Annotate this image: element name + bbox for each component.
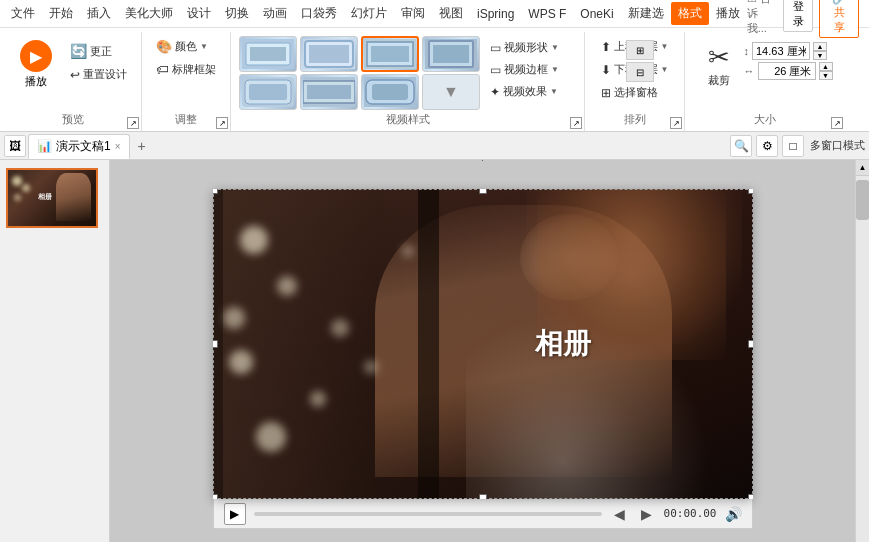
tab-add-button[interactable]: + xyxy=(132,135,152,157)
width-spinner: ▲ ▼ xyxy=(819,62,833,80)
slide-nav-icon[interactable]: 🖼 xyxy=(4,135,26,157)
play-button[interactable]: ▶ 播放 xyxy=(12,36,60,93)
update-icon: 🔄 xyxy=(70,43,87,59)
height-down-btn[interactable]: ▼ xyxy=(813,51,827,60)
preview-group-label: 预览 xyxy=(62,112,84,127)
move-down-icon: ⬇ xyxy=(601,63,611,77)
main-area: 1 相册 xyxy=(0,160,869,542)
video-shape-icon: ▭ xyxy=(490,41,501,55)
distribute-button[interactable]: ⊟ xyxy=(626,62,654,82)
width-up-btn[interactable]: ▲ xyxy=(819,62,833,71)
settings-icon-btn[interactable]: ⚙ xyxy=(756,135,778,157)
ribbon-group-video-styles: ▼ ▭ 视频形状 ▼ ▭ 视频边框 ▼ ✦ 视频效果 xyxy=(231,32,585,131)
height-input[interactable] xyxy=(752,42,810,60)
scrollbar-thumb[interactable] xyxy=(856,180,869,220)
height-up-btn[interactable]: ▲ xyxy=(813,42,827,51)
video-style-5[interactable] xyxy=(239,74,297,110)
menu-item-wpsf[interactable]: WPS F xyxy=(521,4,573,24)
window-icon-btn[interactable]: □ xyxy=(782,135,804,157)
height-icon: ↕ xyxy=(744,45,750,57)
time-display: 00:00.00 xyxy=(664,507,717,520)
select-pane-button[interactable]: ⊞ 选择窗格 xyxy=(595,82,664,103)
tab-close-btn[interactable]: × xyxy=(115,141,121,152)
video-border-button[interactable]: ▭ 视频边框 ▼ xyxy=(486,60,576,79)
menu-item-oneki[interactable]: OneKi xyxy=(573,4,620,24)
video-style-1[interactable] xyxy=(239,36,297,72)
video-style-8[interactable]: ▼ xyxy=(422,74,480,110)
tab-presentation[interactable]: 📊 演示文稿1 × xyxy=(28,134,130,159)
video-effect-icon: ✦ xyxy=(490,85,500,99)
next-frame-button[interactable]: ▶ xyxy=(637,504,656,524)
menu-item-ispring[interactable]: iSpring xyxy=(470,4,521,24)
slide-video-area: 相册 xyxy=(213,189,753,499)
menu-item-start[interactable]: 开始 xyxy=(42,2,80,25)
volume-button[interactable]: 🔊 xyxy=(725,506,742,522)
right-scrollbar[interactable]: ▲ ▼ xyxy=(855,160,869,542)
menu-item-review[interactable]: 审阅 xyxy=(394,2,432,25)
video-styles-expand-icon[interactable]: ↗ xyxy=(570,117,582,129)
height-row: ↕ ▲ ▼ xyxy=(744,42,833,60)
svg-rect-17 xyxy=(307,85,351,99)
prev-frame-button[interactable]: ◀ xyxy=(610,504,629,524)
ppt-icon: 📊 xyxy=(37,139,52,153)
menu-item-pocket[interactable]: 口袋秀 xyxy=(294,2,344,25)
video-style-7[interactable] xyxy=(361,74,419,110)
menu-item-insert[interactable]: 插入 xyxy=(80,2,118,25)
video-shape-button[interactable]: ▭ 视频形状 ▼ xyxy=(486,38,576,57)
ribbon-group-size: ✂ 裁剪 ↕ ▲ ▼ ↔ ▲ ▼ xyxy=(685,32,845,131)
menu-item-view[interactable]: 视图 xyxy=(432,2,470,25)
menu-item-playback[interactable]: 播放 xyxy=(709,2,747,25)
preview-expand-icon[interactable]: ↗ xyxy=(127,117,139,129)
distribute-icon: ⊟ xyxy=(636,67,644,78)
video-style-2[interactable] xyxy=(300,36,358,72)
menu-item-file[interactable]: 文件 xyxy=(4,2,42,25)
size-expand-icon[interactable]: ↗ xyxy=(831,117,843,129)
height-spinner: ▲ ▼ xyxy=(813,42,827,60)
width-input[interactable] xyxy=(758,62,816,80)
slide-icon: 🖼 xyxy=(9,139,21,153)
reset-button[interactable]: ↩ 重置设计 xyxy=(64,64,133,85)
align-icon: ⊞ xyxy=(636,45,644,56)
adjust-expand-icon[interactable]: ↗ xyxy=(216,117,228,129)
svg-rect-8 xyxy=(371,46,409,62)
svg-rect-11 xyxy=(433,45,469,63)
menu-item-design[interactable]: 设计 xyxy=(180,2,218,25)
slide-container: 相册 xyxy=(213,189,753,499)
width-down-btn[interactable]: ▼ xyxy=(819,71,833,80)
menu-item-slideshow[interactable]: 幻灯片 xyxy=(344,2,394,25)
color-dropdown-arrow: ▼ xyxy=(200,42,208,51)
video-effect-button[interactable]: ✦ 视频效果 ▼ xyxy=(486,82,576,101)
menu-item-transition[interactable]: 切换 xyxy=(218,2,256,25)
video-play-button[interactable]: ▶ xyxy=(224,503,246,525)
svg-rect-14 xyxy=(249,84,287,100)
video-style-6[interactable] xyxy=(300,74,358,110)
align-button[interactable]: ⊞ xyxy=(626,40,654,60)
up-dropdown: ▼ xyxy=(661,42,669,51)
search-icon-btn[interactable]: 🔍 xyxy=(730,135,752,157)
reset-icon: ↩ xyxy=(70,68,80,82)
play-icon: ▶ xyxy=(20,40,52,72)
update-button[interactable]: 🔄 更正 xyxy=(64,40,133,62)
video-style-3[interactable] xyxy=(361,36,419,72)
tab-bar: 🖼 📊 演示文稿1 × + 🔍 ⚙ □ 多窗口模式 xyxy=(0,132,869,160)
crop-button[interactable]: ✂ 裁剪 xyxy=(698,36,740,94)
ribbon-group-preview: ▶ 播放 🔄 更正 ↩ 重置设计 预览 ↗ xyxy=(4,32,142,131)
width-icon: ↔ xyxy=(744,65,755,77)
menu-item-beautify[interactable]: 美化大师 xyxy=(118,2,180,25)
slide-thumbnail[interactable]: 相册 xyxy=(6,168,98,228)
menu-item-newbuild[interactable]: 新建选 xyxy=(621,2,671,25)
video-controls-bar: ▶ ◀ ▶ 00:00.00 🔊 xyxy=(213,499,753,529)
login-button[interactable]: 登录 xyxy=(783,0,813,32)
size-group-label: 大小 xyxy=(754,112,776,127)
color-button[interactable]: 🎨 颜色 ▼ xyxy=(150,36,214,57)
video-style-4[interactable] xyxy=(422,36,480,72)
video-play-icon: ▶ xyxy=(230,507,239,521)
scroll-up-btn[interactable]: ▲ xyxy=(856,160,869,176)
arrange-expand-icon[interactable]: ↗ xyxy=(670,117,682,129)
progress-bar[interactable] xyxy=(254,512,602,516)
frame-button[interactable]: 🏷 标牌框架 xyxy=(150,59,222,80)
menu-item-animation[interactable]: 动画 xyxy=(256,2,294,25)
down-dropdown: ▼ xyxy=(661,65,669,74)
menu-item-format[interactable]: 格式 xyxy=(671,2,709,25)
slide-text-overlay: 相册 xyxy=(535,325,591,363)
